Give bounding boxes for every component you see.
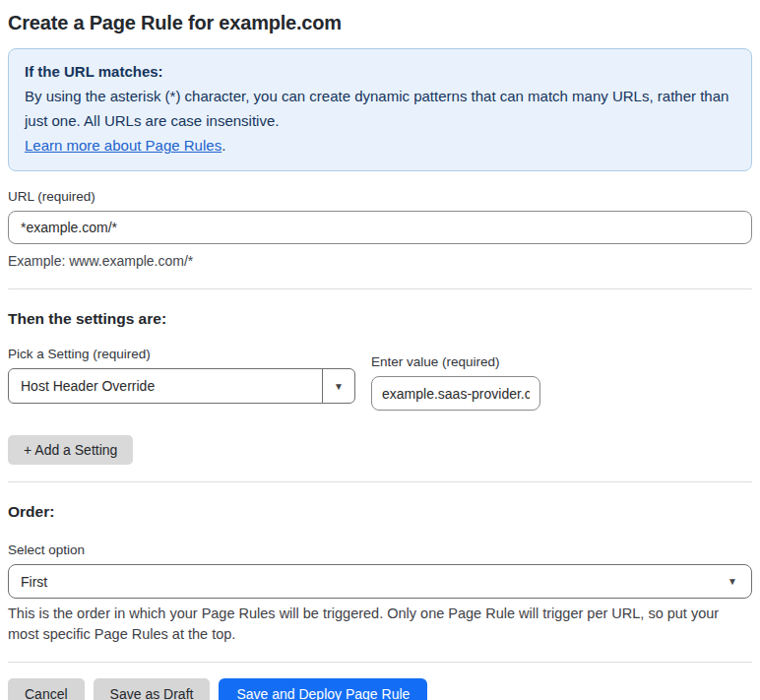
enter-value-label: Enter value (required) — [371, 354, 540, 369]
add-setting-button[interactable]: + Add a Setting — [8, 435, 133, 465]
settings-heading: Then the settings are: — [8, 310, 752, 328]
learn-more-link[interactable]: Learn more about Page Rules — [25, 137, 222, 154]
enter-value-group: Enter value (required) — [371, 354, 540, 411]
settings-row: Pick a Setting (required) Host Header Ov… — [8, 347, 752, 411]
info-box-body: By using the asterisk (*) character, you… — [25, 84, 735, 133]
url-label: URL (required) — [8, 189, 752, 204]
settings-section: Then the settings are: Pick a Setting (r… — [8, 310, 752, 465]
pick-setting-group: Pick a Setting (required) Host Header Ov… — [8, 347, 355, 404]
page-title: Create a Page Rule for example.com — [8, 10, 752, 35]
order-select-value: First — [21, 574, 47, 590]
pick-setting-label: Pick a Setting (required) — [8, 347, 355, 361]
create-page-rule-panel: Create a Page Rule for example.com If th… — [0, 0, 760, 700]
divider — [8, 288, 752, 289]
info-box-heading: If the URL matches: — [25, 59, 735, 84]
info-box-link-line: Learn more about Page Rules. — [25, 133, 735, 158]
setting-value-input[interactable] — [371, 376, 540, 411]
link-period: . — [222, 137, 225, 154]
save-as-draft-button[interactable]: Save as Draft — [94, 678, 211, 700]
save-and-deploy-button[interactable]: Save and Deploy Page Rule — [219, 678, 427, 700]
order-helper-text: This is the order in which your Page Rul… — [8, 604, 752, 645]
url-input[interactable] — [8, 211, 752, 244]
order-section: Order: Select option First ▼ This is the… — [8, 503, 752, 645]
order-heading: Order: — [8, 503, 752, 521]
chevron-down-icon: ▼ — [322, 369, 354, 403]
divider — [8, 481, 752, 482]
divider — [8, 662, 752, 663]
setting-select[interactable]: Host Header Override ▼ — [8, 368, 355, 404]
footer-actions: Cancel Save as Draft Save and Deploy Pag… — [8, 678, 752, 700]
url-match-info-box: If the URL matches: By using the asteris… — [8, 48, 752, 171]
setting-select-value: Host Header Override — [9, 369, 322, 403]
url-section: URL (required) Example: www.example.com/… — [8, 189, 752, 272]
order-select-label: Select option — [8, 542, 752, 557]
order-select[interactable]: First ▼ — [8, 564, 752, 599]
url-helper-text: Example: www.example.com/* — [8, 251, 752, 272]
cancel-button[interactable]: Cancel — [8, 678, 85, 700]
chevron-down-icon: ▼ — [728, 576, 737, 587]
